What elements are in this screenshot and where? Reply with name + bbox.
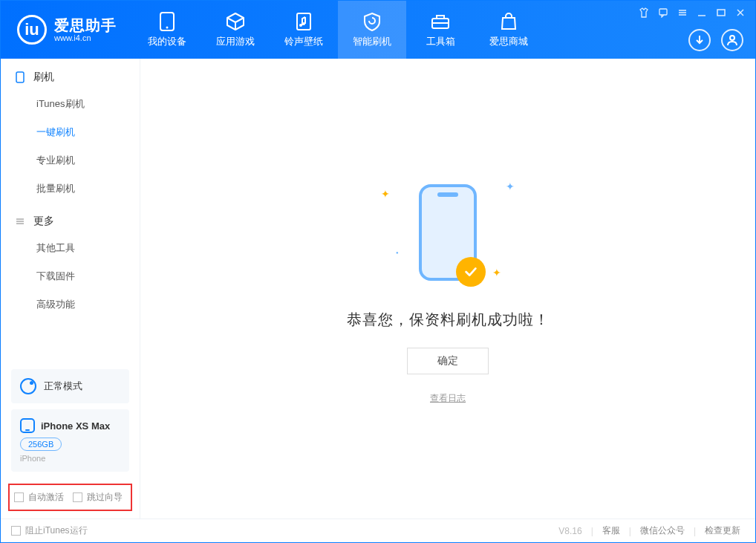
logo-text: 爱思助手 www.i4.cn bbox=[54, 17, 117, 42]
sidebar-advanced[interactable]: 高级功能 bbox=[1, 290, 140, 319]
svg-point-4 bbox=[302, 22, 305, 25]
footer: 阻止iTunes运行 V8.16 | 客服 | 微信公众号 | 检查更新 bbox=[1, 518, 755, 542]
mode-card[interactable]: 正常模式 bbox=[11, 369, 129, 403]
nav-flash[interactable]: 智能刷机 bbox=[338, 1, 406, 59]
tshirt-icon[interactable] bbox=[638, 7, 650, 19]
sparkle-icon: ✦ bbox=[381, 188, 390, 200]
download-icon[interactable] bbox=[688, 29, 711, 51]
list-icon bbox=[14, 215, 26, 227]
sparkle-icon: ✦ bbox=[492, 267, 501, 279]
checkbox-icon bbox=[14, 492, 24, 502]
sidebar-options-highlighted: 自动激活 跳过向导 bbox=[8, 484, 132, 511]
phone-illustration bbox=[419, 184, 477, 281]
device-icon bbox=[157, 11, 177, 32]
minimize-button[interactable] bbox=[696, 7, 708, 19]
feedback-icon[interactable] bbox=[657, 7, 669, 19]
close-button[interactable] bbox=[734, 7, 746, 19]
view-log-link[interactable]: 查看日志 bbox=[430, 392, 466, 405]
checkbox-label: 阻止iTunes运行 bbox=[25, 524, 88, 537]
app-name-cn: 爱思助手 bbox=[54, 17, 117, 33]
ok-button[interactable]: 确定 bbox=[407, 348, 489, 374]
footer-wechat-link[interactable]: 微信公众号 bbox=[636, 524, 689, 537]
nav-my-device[interactable]: 我的设备 bbox=[133, 1, 201, 59]
app-header: iu 爱思助手 www.i4.cn 我的设备 应用游戏 铃声壁纸 智能刷机 bbox=[1, 1, 755, 59]
mode-label: 正常模式 bbox=[44, 380, 82, 393]
sparkle-icon: ✦ bbox=[506, 181, 515, 192]
shield-icon bbox=[362, 11, 382, 32]
checkbox-auto-activate[interactable]: 自动激活 bbox=[14, 491, 64, 504]
device-phone-icon bbox=[20, 418, 35, 433]
footer-right: V8.16 | 客服 | 微信公众号 | 检查更新 bbox=[558, 524, 745, 537]
checkbox-label: 自动激活 bbox=[28, 491, 64, 504]
logo-icon: iu bbox=[17, 15, 47, 45]
sidebar-batch-flash[interactable]: 批量刷机 bbox=[1, 175, 140, 203]
svg-rect-12 bbox=[717, 10, 725, 16]
app-body: 刷机 iTunes刷机 一键刷机 专业刷机 批量刷机 更多 其他工具 下载固件 … bbox=[1, 59, 755, 518]
main-nav: 我的设备 应用游戏 铃声壁纸 智能刷机 工具箱 爱思商城 bbox=[133, 1, 543, 59]
sidebar-section-flash: 刷机 bbox=[1, 59, 140, 90]
phone-icon bbox=[14, 71, 26, 83]
sidebar-itunes-flash[interactable]: iTunes刷机 bbox=[1, 90, 140, 118]
nav-apps-games[interactable]: 应用游戏 bbox=[201, 1, 270, 59]
sidebar: 刷机 iTunes刷机 一键刷机 专业刷机 批量刷机 更多 其他工具 下载固件 … bbox=[1, 59, 140, 518]
checkmark-badge-icon bbox=[456, 257, 486, 287]
checkbox-skip-guide[interactable]: 跳过向导 bbox=[73, 491, 123, 504]
main-content: ✦ ✦ ✦ ● 恭喜您，保资料刷机成功啦！ 确定 查看日志 bbox=[140, 59, 755, 518]
svg-rect-7 bbox=[659, 9, 667, 15]
window-controls bbox=[638, 7, 746, 19]
sidebar-download-firmware[interactable]: 下载固件 bbox=[1, 262, 140, 290]
checkbox-icon bbox=[11, 526, 21, 536]
nav-store[interactable]: 爱思商城 bbox=[475, 1, 543, 59]
device-type: iPhone bbox=[20, 454, 120, 463]
nav-label: 铃声壁纸 bbox=[284, 35, 323, 48]
checkbox-icon bbox=[73, 492, 82, 502]
app-logo: iu 爱思助手 www.i4.cn bbox=[1, 15, 133, 45]
success-illustration: ✦ ✦ ✦ ● bbox=[359, 173, 537, 292]
nav-label: 智能刷机 bbox=[353, 35, 391, 48]
sparkle-icon: ● bbox=[396, 250, 399, 255]
nav-toolbox[interactable]: 工具箱 bbox=[406, 1, 475, 59]
app-window: iu 爱思助手 www.i4.cn 我的设备 应用游戏 铃声壁纸 智能刷机 bbox=[0, 0, 756, 543]
sidebar-onekey-flash[interactable]: 一键刷机 bbox=[1, 118, 140, 146]
svg-rect-2 bbox=[297, 13, 310, 30]
music-icon bbox=[293, 11, 314, 32]
footer-update-link[interactable]: 检查更新 bbox=[700, 524, 745, 537]
bag-icon bbox=[498, 11, 519, 32]
footer-support-link[interactable]: 客服 bbox=[598, 524, 625, 537]
menu-icon[interactable] bbox=[677, 7, 688, 19]
sidebar-other-tools[interactable]: 其他工具 bbox=[1, 234, 140, 262]
section-title: 更多 bbox=[33, 215, 54, 228]
checkbox-block-itunes[interactable]: 阻止iTunes运行 bbox=[11, 524, 88, 537]
device-storage: 256GB bbox=[20, 438, 62, 451]
nav-ringtones[interactable]: 铃声壁纸 bbox=[270, 1, 338, 59]
success-message: 恭喜您，保资料刷机成功啦！ bbox=[347, 310, 550, 330]
svg-rect-16 bbox=[16, 72, 24, 82]
nav-label: 工具箱 bbox=[426, 35, 455, 48]
version-label: V8.16 bbox=[558, 526, 581, 536]
svg-point-3 bbox=[299, 24, 302, 27]
sidebar-section-more: 更多 bbox=[1, 203, 140, 234]
sidebar-pro-flash[interactable]: 专业刷机 bbox=[1, 146, 140, 175]
maximize-button[interactable] bbox=[715, 7, 727, 19]
cube-icon bbox=[225, 11, 246, 32]
app-name-en: www.i4.cn bbox=[54, 33, 117, 42]
svg-point-15 bbox=[730, 36, 734, 40]
checkbox-label: 跳过向导 bbox=[87, 491, 123, 504]
nav-label: 我的设备 bbox=[148, 35, 186, 48]
section-title: 刷机 bbox=[33, 71, 54, 84]
toolbox-icon bbox=[430, 11, 451, 32]
device-card[interactable]: iPhone XS Max 256GB iPhone bbox=[11, 409, 129, 472]
nav-label: 应用游戏 bbox=[216, 35, 255, 48]
mode-icon bbox=[20, 378, 36, 394]
svg-point-1 bbox=[166, 27, 169, 29]
header-actions bbox=[688, 29, 743, 51]
device-name: iPhone XS Max bbox=[41, 420, 110, 432]
user-icon[interactable] bbox=[721, 29, 743, 51]
nav-label: 爱思商城 bbox=[489, 35, 528, 48]
